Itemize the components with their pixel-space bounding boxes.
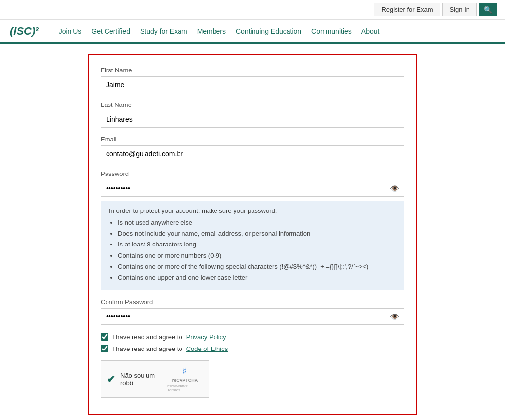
- nav-members[interactable]: Members: [197, 27, 226, 35]
- hint-item-6: Contains one upper and one lower case le…: [118, 273, 396, 282]
- password-hint-list: Is not used anywhere else Does not inclu…: [109, 218, 396, 282]
- email-input[interactable]: [101, 145, 404, 162]
- password-hint-intro: In order to protect your account, make s…: [109, 207, 396, 214]
- nav-study-for-exam[interactable]: Study for Exam: [140, 27, 187, 35]
- password-wrapper: 👁️: [101, 180, 404, 197]
- code-of-ethics-text: I have read and agree to: [112, 345, 182, 352]
- password-label: Password: [101, 170, 404, 177]
- recaptcha-left: ✔ Não sou um robô: [107, 372, 167, 386]
- nav-join-us[interactable]: Join Us: [59, 27, 82, 35]
- code-of-ethics-row: I have read and agree to Code of Ethics: [101, 345, 404, 352]
- code-of-ethics-checkbox[interactable]: [101, 345, 108, 352]
- hint-item-1: Is not used anywhere else: [118, 218, 396, 227]
- confirm-password-input[interactable]: [101, 308, 404, 325]
- hint-item-3: Is at least 8 characters long: [118, 240, 396, 249]
- last-name-label: Last Name: [101, 101, 404, 108]
- privacy-policy-row: I have read and agree to Privacy Policy: [101, 333, 404, 341]
- recaptcha-brand-text: reCAPTCHA: [172, 378, 198, 383]
- password-hint-box: In order to protect your account, make s…: [101, 201, 404, 290]
- password-group: Password 👁️ In order to protect your acc…: [101, 170, 404, 290]
- privacy-policy-link[interactable]: Privacy Policy: [186, 333, 226, 341]
- confirm-password-label: Confirm Password: [101, 298, 404, 306]
- email-label: Email: [101, 136, 404, 143]
- recaptcha-logo-icon: ♯: [182, 366, 187, 377]
- nav-continuing-education[interactable]: Continuing Education: [236, 27, 301, 35]
- password-input[interactable]: [101, 180, 404, 197]
- last-name-input[interactable]: [101, 111, 404, 128]
- email-group: Email: [101, 136, 404, 162]
- password-toggle-icon[interactable]: 👁️: [390, 184, 399, 193]
- recaptcha-label: Não sou um robô: [120, 372, 167, 386]
- registration-form: First Name Last Name Email Password 👁️ I…: [88, 54, 417, 415]
- search-button[interactable]: 🔍: [479, 3, 497, 16]
- last-name-group: Last Name: [101, 101, 404, 128]
- nav-get-certified[interactable]: Get Certified: [91, 27, 130, 35]
- nav-about[interactable]: About: [361, 27, 380, 35]
- hint-item-4: Contains one or more numbers (0-9): [118, 251, 396, 260]
- recaptcha-right: ♯ reCAPTCHA Privacidade - Termos: [167, 366, 203, 392]
- first-name-label: First Name: [101, 67, 404, 74]
- recaptcha-widget[interactable]: ✔ Não sou um robô ♯ reCAPTCHA Privacidad…: [101, 360, 209, 398]
- recaptcha-checkmark-icon: ✔: [107, 373, 115, 385]
- confirm-password-toggle-icon[interactable]: 👁️: [390, 312, 399, 321]
- confirm-password-group: Confirm Password 👁️: [101, 298, 404, 325]
- top-bar: Register for Exam Sign In 🔍: [0, 0, 505, 20]
- code-of-ethics-link[interactable]: Code of Ethics: [186, 345, 228, 352]
- nav-communities[interactable]: Communities: [311, 27, 352, 35]
- first-name-group: First Name: [101, 67, 404, 93]
- first-name-input[interactable]: [101, 76, 404, 93]
- main-nav: (ISC)² Join Us Get Certified Study for E…: [0, 20, 505, 44]
- register-for-exam-button[interactable]: Register for Exam: [374, 3, 440, 16]
- recaptcha-links-text: Privacidade - Termos: [167, 384, 203, 392]
- privacy-policy-checkbox[interactable]: [101, 333, 108, 341]
- main-content: First Name Last Name Email Password 👁️ I…: [80, 44, 425, 420]
- hint-item-5: Contains one or more of the following sp…: [118, 262, 396, 271]
- logo: (ISC)²: [10, 25, 39, 37]
- hint-item-2: Does not include your name, email addres…: [118, 229, 396, 238]
- sign-in-button[interactable]: Sign In: [442, 3, 477, 16]
- confirm-password-wrapper: 👁️: [101, 308, 404, 325]
- agreement-checkboxes: I have read and agree to Privacy Policy …: [101, 333, 404, 352]
- privacy-policy-text: I have read and agree to: [112, 333, 182, 341]
